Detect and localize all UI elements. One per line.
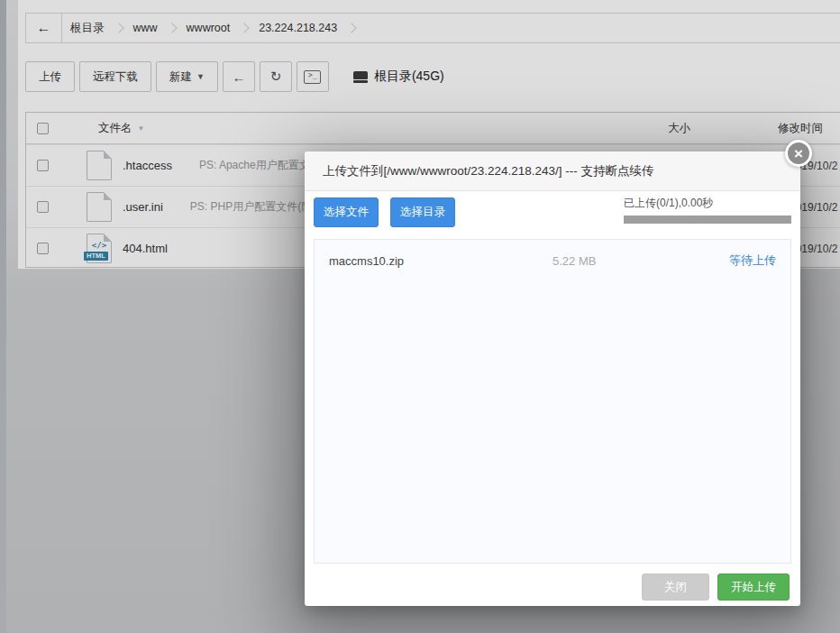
- dialog-close-button[interactable]: ×: [785, 140, 812, 167]
- upload-file-status-link[interactable]: 等待上传: [729, 252, 776, 269]
- close-button-label: 关闭: [664, 580, 687, 595]
- choose-file-button[interactable]: 选择文件: [314, 197, 379, 227]
- start-upload-button[interactable]: 开始上传: [717, 573, 790, 601]
- dialog-close-footer-button[interactable]: 关闭: [642, 573, 709, 601]
- choose-directory-label: 选择目录: [400, 205, 445, 220]
- upload-progress-bar: [624, 216, 791, 224]
- choose-file-label: 选择文件: [324, 205, 369, 220]
- choose-directory-button[interactable]: 选择目录: [390, 197, 455, 227]
- upload-file-row[interactable]: maccms10.zip 5.22 MB 等待上传: [315, 240, 790, 281]
- upload-file-size: 5.22 MB: [552, 254, 596, 268]
- choose-buttons-row: 选择文件 选择目录: [314, 197, 455, 227]
- start-upload-label: 开始上传: [731, 580, 776, 595]
- dialog-title: 上传文件到[/www/wwwroot/23.224.218.243/] --- …: [323, 163, 654, 179]
- close-x-icon: ×: [794, 146, 803, 161]
- upload-dialog: × 上传文件到[/www/wwwroot/23.224.218.243/] --…: [305, 151, 800, 606]
- upload-file-name: maccms10.zip: [329, 254, 552, 268]
- dialog-footer: 关闭 开始上传: [305, 568, 800, 606]
- upload-progress: 已上传(0/1),0.00秒: [624, 196, 791, 224]
- upload-file-list: maccms10.zip 5.22 MB 等待上传: [314, 239, 791, 564]
- upload-progress-text: 已上传(0/1),0.00秒: [624, 196, 791, 211]
- dialog-header: 上传文件到[/www/wwwroot/23.224.218.243/] --- …: [305, 151, 800, 191]
